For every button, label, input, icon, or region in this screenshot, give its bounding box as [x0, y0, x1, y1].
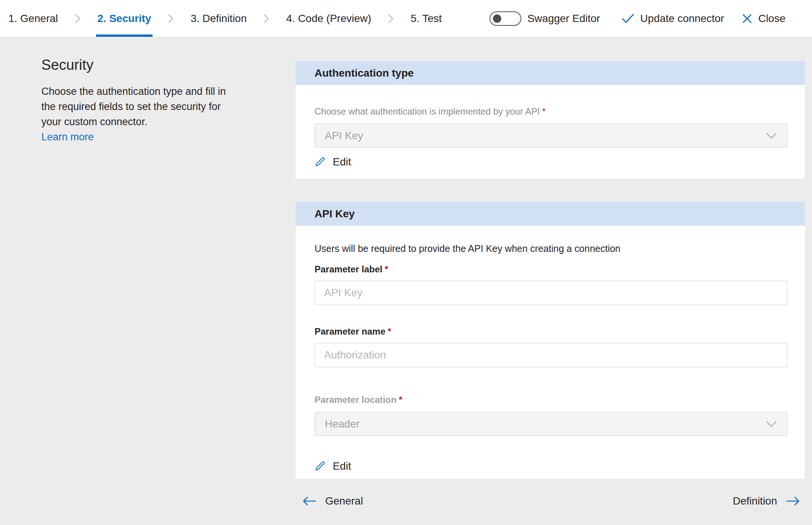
arrow-left-icon — [302, 495, 316, 507]
learn-more-link[interactable]: Learn more — [41, 129, 94, 145]
step-general[interactable]: 1. General — [8, 0, 58, 37]
parameter-location-label: Parameter location* — [315, 395, 787, 405]
close-button[interactable]: Close — [742, 13, 785, 25]
api-key-edit-label: Edit — [333, 460, 351, 472]
update-connector-label: Update connector — [640, 13, 724, 25]
chevron-right-icon — [263, 13, 269, 24]
swagger-editor-label: Swagger Editor — [527, 13, 600, 25]
step-definition[interactable]: 3. Definition — [190, 0, 247, 37]
api-key-edit-button[interactable]: Edit — [315, 460, 351, 472]
auth-edit-button[interactable]: Edit — [315, 156, 351, 168]
parameter-label-input[interactable] — [315, 281, 787, 305]
required-asterisk: * — [399, 395, 402, 405]
required-asterisk: * — [542, 106, 546, 116]
parameter-location-text: Parameter location — [315, 395, 397, 405]
parameter-name-input[interactable] — [315, 343, 787, 367]
checkmark-icon — [622, 13, 634, 24]
chevron-right-icon — [388, 13, 394, 24]
parameter-name-label: Parameter name* — [315, 326, 787, 337]
auth-field-label-text: Choose what authentication is implemente… — [315, 106, 540, 116]
close-label: Close — [758, 13, 785, 25]
authentication-type-body: Choose what authentication is implemente… — [296, 85, 805, 179]
chevron-down-icon — [766, 132, 777, 139]
authentication-type-dropdown: API Key — [315, 124, 787, 148]
wizard-topbar: 1. General 2. Security 3. Definition 4. … — [0, 0, 812, 37]
authentication-type-value: API Key — [325, 130, 363, 142]
api-key-description: Users will be required to provide the AP… — [315, 243, 787, 254]
parameter-label-text: Parameter label — [315, 264, 382, 274]
api-key-title: API Key — [315, 208, 355, 220]
pencil-icon — [315, 461, 326, 472]
required-asterisk: * — [388, 326, 391, 336]
arrow-right-icon — [786, 495, 801, 507]
step-security[interactable]: 2. Security — [98, 0, 151, 37]
step-code-preview[interactable]: 4. Code (Preview) — [286, 0, 371, 37]
page-description: Choose the authentication type and fill … — [41, 84, 231, 129]
authentication-type-header: Authentication type — [296, 61, 805, 85]
auth-field-label: Choose what authentication is implemente… — [315, 106, 787, 117]
parameter-name-text: Parameter name — [315, 326, 386, 336]
wizard-steps: 1. General 2. Security 3. Definition 4. … — [0, 0, 442, 37]
api-key-header: API Key — [296, 202, 805, 226]
parameter-label-label: Parameter label* — [315, 264, 787, 275]
swagger-editor-toggle[interactable] — [489, 11, 521, 26]
footer-next-label: Definition — [733, 495, 777, 507]
chevron-right-icon — [75, 13, 81, 24]
topbar-actions: Swagger Editor Update connector Close — [489, 0, 812, 37]
page-title: Security — [41, 57, 231, 73]
auth-edit-label: Edit — [333, 156, 351, 168]
footer-back-label: General — [325, 495, 363, 507]
footer-next-definition[interactable]: Definition — [733, 495, 801, 507]
authentication-type-title: Authentication type — [315, 67, 414, 79]
footer-back-general[interactable]: General — [302, 495, 363, 507]
parameter-location-value: Header — [325, 418, 360, 430]
toggle-knob — [493, 14, 501, 23]
chevron-down-icon — [766, 421, 777, 428]
close-icon — [742, 14, 752, 24]
api-key-body: Users will be required to provide the AP… — [296, 226, 805, 479]
security-intro: Security Choose the authentication type … — [41, 57, 231, 145]
parameter-location-dropdown: Header — [315, 412, 787, 436]
chevron-right-icon — [168, 13, 174, 24]
update-connector-button[interactable]: Update connector — [622, 13, 724, 25]
required-asterisk: * — [385, 264, 388, 274]
pencil-icon — [315, 156, 326, 168]
step-test[interactable]: 5. Test — [411, 0, 442, 37]
